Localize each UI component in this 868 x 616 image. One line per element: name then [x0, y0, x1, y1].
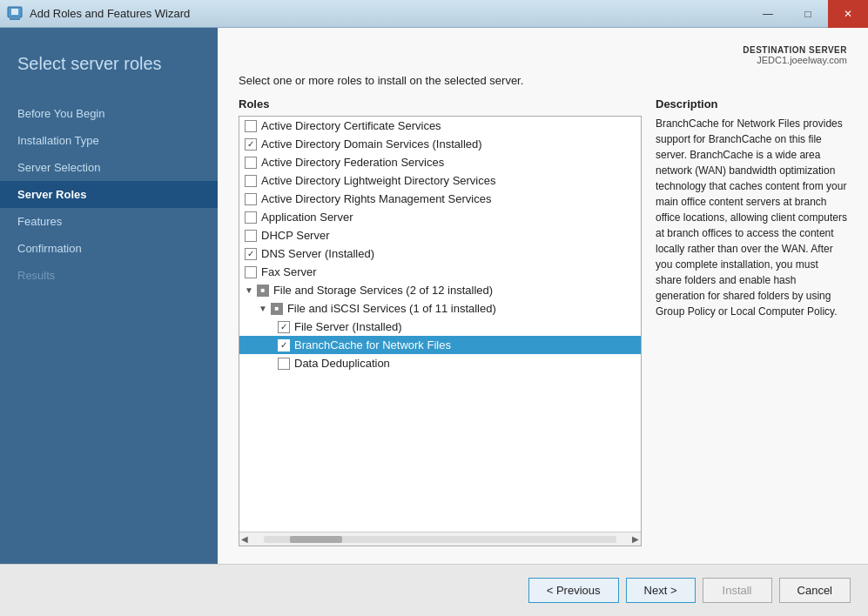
role-label-file-server: File Server (Installed) [294, 320, 402, 333]
role-item-app-server[interactable]: Application Server [239, 208, 641, 226]
titlebar-buttons: — □ ✕ [748, 0, 868, 27]
role-label-fax: Fax Server [261, 265, 317, 278]
destination-info: DESTINATION SERVER JEDC1.joeelway.com [239, 45, 847, 65]
checkbox-file-iscsi[interactable] [271, 303, 283, 315]
role-item-dhcp[interactable]: DHCP Server [239, 226, 641, 244]
role-label-dns: DNS Server (Installed) [261, 247, 374, 260]
next-button[interactable]: Next > [626, 578, 696, 603]
sidebar-item-installation-type[interactable]: Installation Type [0, 127, 218, 154]
checkbox-ad-cert[interactable] [245, 120, 257, 132]
checkbox-file-server[interactable] [278, 321, 290, 333]
sidebar-item-features[interactable]: Features [0, 208, 218, 235]
close-button[interactable]: ✕ [828, 0, 868, 28]
role-item-ad-lightweight[interactable]: Active Directory Lightweight Directory S… [239, 171, 641, 190]
expand-file-iscsi-icon[interactable]: ▼ [259, 304, 267, 313]
role-label-data-dedup: Data Deduplication [294, 357, 390, 370]
maximize-button[interactable]: □ [788, 0, 828, 28]
role-label-dhcp: DHCP Server [261, 229, 330, 242]
roles-label: Roles [239, 97, 642, 110]
svg-rect-1 [10, 18, 20, 20]
scroll-track-horizontal[interactable] [264, 536, 616, 543]
sidebar-item-confirmation[interactable]: Confirmation [0, 235, 218, 262]
role-label-ad-rights: Active Directory Rights Management Servi… [261, 192, 491, 205]
role-item-ad-cert[interactable]: Active Directory Certificate Services [239, 117, 641, 135]
horizontal-scrollbar[interactable]: ◀ ▶ [239, 532, 641, 546]
role-item-ad-fed[interactable]: Active Directory Federation Services [239, 153, 641, 171]
roles-list-container: Active Directory Certificate Services Ac… [239, 116, 642, 546]
scroll-thumb-horizontal[interactable] [290, 536, 342, 543]
instruction-text: Select one or more roles to install on t… [239, 74, 847, 87]
sidebar-item-results: Results [0, 262, 218, 289]
previous-button[interactable]: < Previous [528, 578, 619, 603]
role-item-fax[interactable]: Fax Server [239, 263, 641, 281]
role-item-data-dedup[interactable]: Data Deduplication [239, 354, 641, 372]
checkbox-dns[interactable] [245, 248, 257, 260]
sidebar: Select server roles Before You Begin Ins… [0, 28, 218, 564]
minimize-button[interactable]: — [748, 0, 788, 28]
description-label: Description [656, 97, 847, 110]
role-item-ad-domain[interactable]: Active Directory Domain Services (Instal… [239, 135, 641, 153]
wizard-window: Select server roles Before You Begin Ins… [0, 28, 868, 616]
titlebar: Add Roles and Features Wizard — □ ✕ [0, 0, 868, 28]
cancel-button[interactable]: Cancel [779, 578, 851, 603]
description-panel: Description BranchCache for Network File… [656, 97, 847, 546]
role-item-file-iscsi[interactable]: ▼ File and iSCSI Services (1 of 11 insta… [239, 299, 641, 318]
sidebar-item-server-roles[interactable]: Server Roles [0, 181, 218, 208]
role-label-ad-fed: Active Directory Federation Services [261, 156, 444, 169]
description-text: BranchCache for Network Files provides s… [656, 116, 847, 319]
sidebar-item-before-you-begin[interactable]: Before You Begin [0, 100, 218, 127]
expand-file-storage-icon[interactable]: ▼ [245, 285, 253, 295]
content-area: Select server roles Before You Begin Ins… [0, 28, 868, 564]
role-item-branchcache[interactable]: BranchCache for Network Files [239, 336, 641, 354]
checkbox-app-server[interactable] [245, 211, 257, 224]
role-item-ad-rights[interactable]: Active Directory Rights Management Servi… [239, 190, 641, 208]
checkbox-data-dedup[interactable] [278, 358, 290, 370]
checkbox-ad-domain[interactable] [245, 138, 257, 151]
destination-label: DESTINATION SERVER [239, 45, 847, 55]
main-panel: DESTINATION SERVER JEDC1.joeelway.com Se… [218, 28, 868, 564]
role-label-app-server: Application Server [261, 211, 353, 224]
footer: < Previous Next > Install Cancel [0, 564, 868, 616]
checkbox-ad-lightweight[interactable] [245, 175, 257, 187]
role-item-dns[interactable]: DNS Server (Installed) [239, 244, 641, 263]
role-item-file-storage[interactable]: ▼ File and Storage Services (2 of 12 ins… [239, 281, 641, 299]
role-item-file-server[interactable]: File Server (Installed) [239, 318, 641, 336]
svg-rect-2 [11, 9, 18, 15]
two-column-layout: Roles Active Directory Certificate Servi… [239, 97, 847, 546]
titlebar-left: Add Roles and Features Wizard [7, 6, 190, 22]
sidebar-title: Select server roles [0, 45, 218, 100]
role-label-ad-cert: Active Directory Certificate Services [261, 119, 441, 132]
titlebar-title: Add Roles and Features Wizard [30, 7, 190, 20]
role-label-ad-lightweight: Active Directory Lightweight Directory S… [261, 174, 495, 187]
roles-panel: Roles Active Directory Certificate Servi… [239, 97, 642, 546]
checkbox-ad-fed[interactable] [245, 157, 257, 169]
scroll-right-arrow[interactable]: ▶ [630, 534, 641, 544]
role-label-ad-domain: Active Directory Domain Services (Instal… [261, 137, 482, 151]
checkbox-fax[interactable] [245, 266, 257, 278]
checkbox-branchcache[interactable] [278, 339, 290, 352]
checkbox-file-storage[interactable] [257, 285, 269, 297]
install-button[interactable]: Install [703, 578, 772, 603]
sidebar-item-server-selection[interactable]: Server Selection [0, 154, 218, 181]
destination-server: JEDC1.joeelway.com [239, 55, 847, 65]
scroll-left-arrow[interactable]: ◀ [239, 534, 250, 544]
app-icon [7, 6, 23, 22]
role-label-file-iscsi: File and iSCSI Services (1 of 11 install… [287, 302, 496, 315]
checkbox-dhcp[interactable] [245, 230, 257, 242]
roles-list[interactable]: Active Directory Certificate Services Ac… [239, 117, 641, 532]
role-label-branchcache: BranchCache for Network Files [294, 338, 451, 352]
checkbox-ad-rights[interactable] [245, 193, 257, 205]
role-label-file-storage: File and Storage Services (2 of 12 insta… [273, 284, 493, 297]
